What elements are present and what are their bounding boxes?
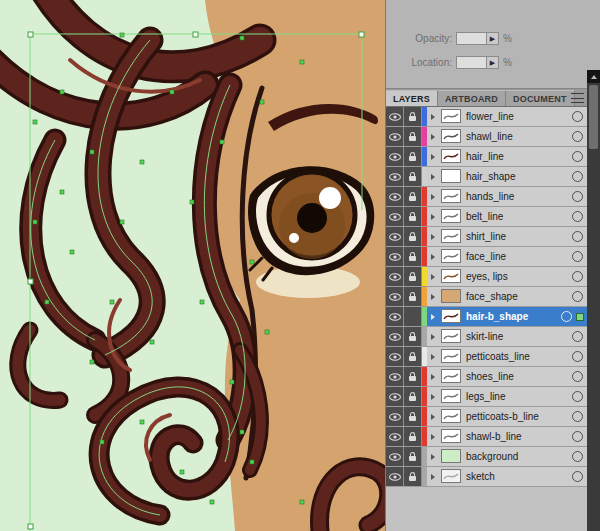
- location-dropdown-arrow-icon[interactable]: ▶: [486, 56, 499, 69]
- visibility-toggle[interactable]: [386, 127, 404, 146]
- layer-name[interactable]: petticoats-b_line: [463, 407, 570, 426]
- panel-menu-icon[interactable]: [571, 93, 584, 103]
- layer-thumbnail[interactable]: [441, 309, 461, 323]
- layer-row[interactable]: hair-b_shape: [386, 307, 587, 327]
- layer-name[interactable]: shawl_line: [463, 127, 570, 146]
- layer-name[interactable]: legs_line: [463, 387, 570, 406]
- target-circle[interactable]: [572, 251, 583, 262]
- target-circle[interactable]: [572, 411, 583, 422]
- visibility-toggle[interactable]: [386, 347, 404, 366]
- expand-toggle[interactable]: [427, 307, 439, 326]
- lock-toggle[interactable]: [404, 307, 422, 326]
- visibility-toggle[interactable]: [386, 147, 404, 166]
- layer-thumbnail[interactable]: [441, 229, 461, 243]
- visibility-toggle[interactable]: [386, 247, 404, 266]
- scrollbar[interactable]: [587, 70, 600, 531]
- expand-toggle[interactable]: [427, 267, 439, 286]
- layer-row[interactable]: shawl-b_line: [386, 427, 587, 447]
- visibility-toggle[interactable]: [386, 307, 404, 326]
- visibility-toggle[interactable]: [386, 387, 404, 406]
- lock-toggle[interactable]: [404, 467, 422, 486]
- expand-toggle[interactable]: [427, 127, 439, 146]
- expand-toggle[interactable]: [427, 147, 439, 166]
- target-circle[interactable]: [572, 351, 583, 362]
- expand-toggle[interactable]: [427, 347, 439, 366]
- layer-name[interactable]: flower_line: [463, 107, 570, 126]
- lock-toggle[interactable]: [404, 227, 422, 246]
- layer-thumbnail[interactable]: [441, 109, 461, 123]
- layer-row[interactable]: shoes_line: [386, 367, 587, 387]
- layer-thumbnail[interactable]: [441, 169, 461, 183]
- layer-name[interactable]: hair_shape: [463, 167, 570, 186]
- lock-toggle[interactable]: [404, 427, 422, 446]
- lock-toggle[interactable]: [404, 247, 422, 266]
- layer-thumbnail[interactable]: [441, 129, 461, 143]
- opacity-dropdown-arrow-icon[interactable]: ▶: [486, 32, 499, 45]
- visibility-toggle[interactable]: [386, 367, 404, 386]
- visibility-toggle[interactable]: [386, 167, 404, 186]
- layer-row[interactable]: shawl_line: [386, 127, 587, 147]
- lock-toggle[interactable]: [404, 327, 422, 346]
- layer-row[interactable]: petticoats-b_line: [386, 407, 587, 427]
- lock-toggle[interactable]: [404, 387, 422, 406]
- layer-row[interactable]: hands_line: [386, 187, 587, 207]
- tab-document[interactable]: DOCUMENT: [506, 90, 575, 106]
- layer-row[interactable]: belt_line: [386, 207, 587, 227]
- target-circle[interactable]: [572, 471, 583, 482]
- expand-toggle[interactable]: [427, 187, 439, 206]
- layer-thumbnail[interactable]: [441, 209, 461, 223]
- opacity-input[interactable]: [456, 32, 486, 45]
- lock-toggle[interactable]: [404, 187, 422, 206]
- lock-toggle[interactable]: [404, 347, 422, 366]
- target-circle[interactable]: [572, 111, 583, 122]
- expand-toggle[interactable]: [427, 327, 439, 346]
- target-circle[interactable]: [572, 331, 583, 342]
- lock-toggle[interactable]: [404, 287, 422, 306]
- expand-toggle[interactable]: [427, 247, 439, 266]
- target-circle[interactable]: [572, 271, 583, 282]
- layer-thumbnail[interactable]: [441, 329, 461, 343]
- layer-row[interactable]: hair_line: [386, 147, 587, 167]
- layer-row[interactable]: shirt_line: [386, 227, 587, 247]
- target-circle[interactable]: [572, 211, 583, 222]
- lock-toggle[interactable]: [404, 147, 422, 166]
- layer-name[interactable]: petticoats_line: [463, 347, 570, 366]
- target-circle[interactable]: [572, 291, 583, 302]
- location-input[interactable]: [456, 56, 486, 69]
- layer-thumbnail[interactable]: [441, 289, 461, 303]
- target-circle[interactable]: [572, 431, 583, 442]
- layer-row[interactable]: hair_shape: [386, 167, 587, 187]
- layer-thumbnail[interactable]: [441, 249, 461, 263]
- visibility-toggle[interactable]: [386, 267, 404, 286]
- lock-toggle[interactable]: [404, 407, 422, 426]
- layer-row[interactable]: eyes, lips: [386, 267, 587, 287]
- layer-name[interactable]: background: [463, 447, 570, 466]
- layer-thumbnail[interactable]: [441, 469, 461, 483]
- expand-toggle[interactable]: [427, 207, 439, 226]
- lock-toggle[interactable]: [404, 447, 422, 466]
- layer-name[interactable]: skirt-line: [463, 327, 570, 346]
- visibility-toggle[interactable]: [386, 427, 404, 446]
- target-circle[interactable]: [572, 151, 583, 162]
- layer-thumbnail[interactable]: [441, 429, 461, 443]
- layer-thumbnail[interactable]: [441, 269, 461, 283]
- lock-toggle[interactable]: [404, 127, 422, 146]
- visibility-toggle[interactable]: [386, 287, 404, 306]
- target-circle[interactable]: [572, 171, 583, 182]
- layer-name[interactable]: hands_line: [463, 187, 570, 206]
- layer-thumbnail[interactable]: [441, 369, 461, 383]
- lock-toggle[interactable]: [404, 107, 422, 126]
- layer-row[interactable]: skirt-line: [386, 327, 587, 347]
- target-circle[interactable]: [572, 371, 583, 382]
- layer-row[interactable]: petticoats_line: [386, 347, 587, 367]
- expand-toggle[interactable]: [427, 427, 439, 446]
- layer-row[interactable]: legs_line: [386, 387, 587, 407]
- layer-name[interactable]: shirt_line: [463, 227, 570, 246]
- layer-row[interactable]: background: [386, 447, 587, 467]
- target-circle[interactable]: [561, 311, 572, 322]
- layer-row[interactable]: face_shape: [386, 287, 587, 307]
- lock-toggle[interactable]: [404, 367, 422, 386]
- visibility-toggle[interactable]: [386, 447, 404, 466]
- expand-toggle[interactable]: [427, 407, 439, 426]
- visibility-toggle[interactable]: [386, 327, 404, 346]
